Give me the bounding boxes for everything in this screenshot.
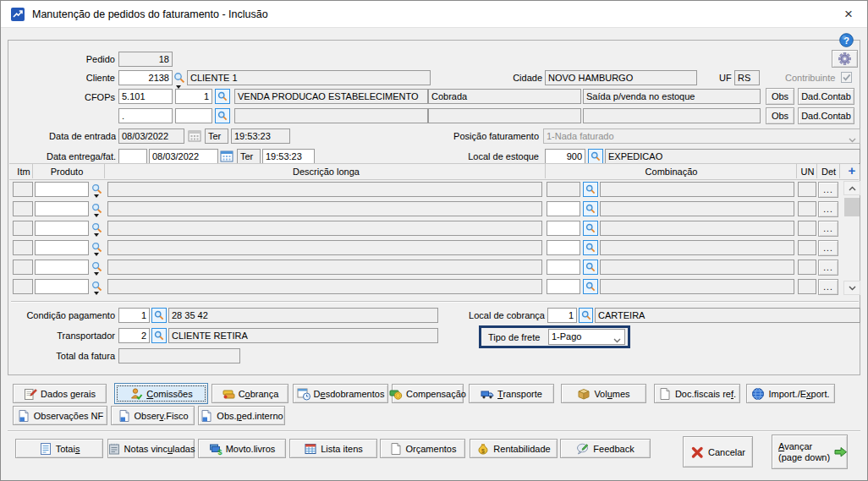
condicao-pagamento-lookup-button[interactable] (151, 308, 167, 323)
produto-dropdown-icon[interactable] (94, 194, 99, 198)
cfops-label: CFOPs (52, 92, 115, 103)
combinacao-cell (600, 279, 794, 294)
combinacao-lookup-button[interactable] (583, 221, 598, 236)
produto-input[interactable] (35, 279, 89, 294)
combinacao-lookup-button[interactable] (583, 279, 598, 294)
detail-button[interactable]: ... (818, 260, 838, 276)
observacoes-nf-button[interactable]: Observações NF (13, 406, 107, 425)
detail-button[interactable]: ... (818, 221, 838, 237)
detail-button[interactable]: ... (818, 279, 838, 295)
cliente-code-input[interactable]: 2138 (118, 70, 173, 85)
cfop1-obs-button[interactable]: Obs (766, 88, 794, 105)
cfop2-dadcontab-button[interactable]: Dad.Contab (798, 107, 854, 124)
totais-button[interactable]: Totais (15, 439, 103, 458)
condicao-pagamento-code-input[interactable]: 1 (118, 308, 150, 323)
compensacao-button[interactable]: Compensação (392, 384, 464, 403)
scroll-down-button[interactable] (843, 281, 860, 295)
combinacao-code-input[interactable] (547, 260, 580, 275)
local-cobranca-lookup-button[interactable] (579, 308, 593, 323)
data-entrega-time-input[interactable]: 19:53:23 (262, 149, 315, 164)
help-icon[interactable]: ? (839, 33, 854, 49)
un-cell (798, 182, 816, 197)
settings-button[interactable] (832, 50, 858, 68)
add-row-icon[interactable]: + (843, 163, 861, 178)
rentabilidade-button[interactable]: $ Rentabilidade (470, 439, 558, 458)
produto-input[interactable] (35, 221, 89, 236)
transportador-code-input[interactable]: 2 (118, 328, 150, 343)
transportador-lookup-button[interactable] (151, 328, 167, 343)
movto-livros-button[interactable]: $ Movto.livros (198, 439, 286, 458)
grid-list-icon (304, 442, 317, 456)
doc-fiscais-button[interactable]: Doc.fiscais ref. (654, 384, 740, 403)
scroll-up-button[interactable] (843, 181, 860, 195)
combinacao-lookup-button[interactable] (583, 240, 598, 255)
tipo-frete-focus-ring: Tipo de frete 1-Pago (479, 325, 630, 348)
cliente-search-icon[interactable] (173, 72, 185, 85)
import-export-button[interactable]: Import./Export. (746, 384, 835, 403)
desdobramentos-button[interactable]: Desdobramentos (293, 384, 388, 403)
cfop2-code-input[interactable]: . (118, 108, 173, 123)
cliente-label: Cliente (26, 73, 115, 84)
local-estoque-code-input[interactable]: 900 (545, 149, 585, 164)
cfop2-lookup-button[interactable] (215, 108, 230, 123)
observ-fisco-button[interactable]: Observ.Fisco (111, 406, 195, 425)
tipo-frete-select[interactable]: 1-Pago (548, 329, 625, 345)
close-icon[interactable]: × (837, 4, 860, 25)
produto-input[interactable] (35, 260, 89, 275)
orcamentos-button[interactable]: Orçamentos (380, 439, 465, 458)
lista-itens-button[interactable]: Lista itens (289, 439, 377, 458)
produto-dropdown-icon[interactable] (94, 272, 99, 276)
chevron-down-icon (613, 335, 621, 345)
comissoes-button[interactable]: Comissões (114, 383, 208, 404)
combinacao-lookup-button[interactable] (583, 182, 598, 197)
obs-ped-interno-button[interactable]: Obs.ped.interno (198, 406, 285, 425)
combinacao-code-input[interactable] (547, 279, 580, 294)
note-icon (17, 409, 30, 423)
combinacao-code-input[interactable] (547, 201, 580, 216)
detail-button[interactable]: ... (818, 182, 838, 198)
local-cobranca-code-input[interactable]: 1 (547, 308, 577, 323)
transporte-button[interactable]: Transporte (469, 384, 554, 403)
advance-button[interactable]: Avançar (page down) (772, 435, 848, 469)
cfop1-lookup-button[interactable] (215, 89, 230, 104)
calendar-icon[interactable] (220, 150, 233, 164)
globe-icon (751, 387, 765, 401)
advance-arrow-icon (833, 445, 848, 458)
cfop1-seq-input[interactable]: 1 (175, 89, 212, 104)
feedback-button[interactable]: Feedback (560, 439, 651, 458)
combinacao-lookup-button[interactable] (583, 201, 598, 216)
produto-input[interactable] (35, 182, 89, 197)
combinacao-code-input[interactable] (547, 240, 580, 255)
produto-dropdown-icon[interactable] (94, 233, 99, 237)
produto-dropdown-icon[interactable] (94, 214, 99, 217)
cfop1-code-input[interactable]: 5.101 (118, 89, 173, 104)
detail-button[interactable]: ... (818, 240, 838, 256)
linked-notes-icon (107, 442, 121, 456)
combinacao-lookup-button[interactable] (583, 260, 598, 275)
produto-input[interactable] (35, 240, 89, 255)
volumes-button[interactable]: Volumes (561, 384, 646, 403)
titlebar: Manutenção de pedidos do faturamento - I… (1, 1, 867, 28)
produto-dropdown-icon[interactable] (94, 253, 99, 256)
document-icon (658, 387, 672, 401)
dados-gerais-button[interactable]: Dados gerais (13, 384, 107, 403)
cfop2-obs-button[interactable]: Obs (766, 107, 794, 124)
cfop1-dadcontab-button[interactable]: Dad.Contab (798, 88, 854, 105)
cfop2-seq-input[interactable] (175, 108, 212, 123)
pedido-label: Pedido (26, 54, 115, 65)
scrollbar-thumb[interactable] (844, 198, 860, 216)
cfop2-saida-field (583, 108, 761, 123)
produto-dropdown-icon[interactable] (94, 292, 99, 295)
produto-input[interactable] (35, 201, 89, 216)
detail-button[interactable]: ... (818, 201, 838, 217)
cobranca-button[interactable]: Cobrança (212, 384, 288, 403)
cancel-button[interactable]: Cancelar (683, 436, 753, 467)
cfop2-desc-field (234, 108, 428, 123)
combinacao-code-input[interactable] (547, 221, 580, 236)
data-entrega-extra-input[interactable] (118, 149, 147, 164)
box-icon (577, 387, 591, 401)
local-estoque-label: Local de estoque (424, 151, 539, 162)
data-entrega-date-input[interactable]: 08/03/2022 (149, 149, 218, 164)
notas-vinculadas-button[interactable]: Notas vinculadas (107, 439, 195, 458)
local-estoque-lookup-button[interactable] (588, 149, 603, 164)
